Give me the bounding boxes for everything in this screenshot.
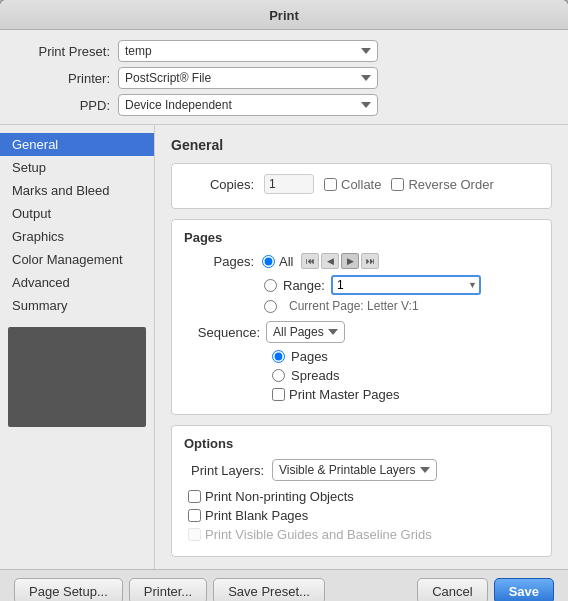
sidebar-item-color-management[interactable]: Color Management (0, 248, 154, 271)
sidebar-item-marks-and-bleed[interactable]: Marks and Bleed (0, 179, 154, 202)
pages-radio-label[interactable]: Pages (272, 349, 539, 364)
sidebar-item-output[interactable]: Output (0, 202, 154, 225)
prev-page-button[interactable]: ◀ (321, 253, 339, 269)
print-layers-label: Print Layers: (184, 463, 264, 478)
range-select-wrap (331, 275, 481, 295)
title-bar: Print (0, 0, 568, 30)
range-radio[interactable] (264, 279, 277, 292)
collate-checkbox[interactable] (324, 178, 337, 191)
spreads-radio-label[interactable]: Spreads (272, 368, 539, 383)
next-page-button[interactable]: ▶ (341, 253, 359, 269)
print-layers-row: Print Layers: Visible & Printable Layers (184, 459, 539, 481)
printer-button[interactable]: Printer... (129, 578, 207, 601)
sidebar-item-summary[interactable]: Summary (0, 294, 154, 317)
collate-label[interactable]: Collate (324, 177, 381, 192)
options-section-title: Options (184, 436, 539, 451)
print-preset-label: Print Preset: (20, 44, 110, 59)
ppd-label: PPD: (20, 98, 110, 113)
copies-input[interactable] (264, 174, 314, 194)
first-page-button[interactable]: ⏮ (301, 253, 319, 269)
printer-label: Printer: (20, 71, 110, 86)
main-body: General Setup Marks and Bleed Output Gra… (0, 125, 568, 569)
all-radio-label[interactable]: All (262, 254, 293, 269)
reverse-order-checkbox[interactable] (391, 178, 404, 191)
spreads-radio[interactable] (272, 369, 285, 382)
pages-header: Pages: All ⏮ ◀ ▶ ⏭ (184, 253, 539, 269)
footer: Page Setup... Printer... Save Preset... … (0, 569, 568, 601)
print-preset-select[interactable]: temp (118, 40, 378, 62)
pages-radio[interactable] (272, 350, 285, 363)
sidebar-item-general[interactable]: General (0, 133, 154, 156)
footer-right: Cancel Save (417, 578, 554, 601)
printer-row: Printer: PostScript® File (20, 67, 548, 89)
page-nav-buttons: ⏮ ◀ ▶ ⏭ (301, 253, 379, 269)
save-button[interactable]: Save (494, 578, 554, 601)
content-area: General Copies: Collate Reverse Order (155, 125, 568, 569)
copies-row: Copies: Collate Reverse Order (184, 174, 539, 194)
print-non-printing-row: Print Non-printing Objects (188, 489, 539, 504)
save-preset-button[interactable]: Save Preset... (213, 578, 325, 601)
print-non-printing-checkbox[interactable] (188, 490, 201, 503)
pages-section-title: Pages (184, 230, 539, 245)
current-page-row: Current Page: Letter V:1 (264, 299, 539, 313)
copies-section: Copies: Collate Reverse Order (171, 163, 552, 209)
sidebar: General Setup Marks and Bleed Output Gra… (0, 125, 155, 569)
options-section: Options Print Layers: Visible & Printabl… (171, 425, 552, 557)
last-page-button[interactable]: ⏭ (361, 253, 379, 269)
range-input[interactable] (331, 275, 481, 295)
printer-select[interactable]: PostScript® File (118, 67, 378, 89)
content-section-title: General (171, 137, 552, 153)
print-blank-pages-row: Print Blank Pages (188, 508, 539, 523)
reverse-order-label[interactable]: Reverse Order (391, 177, 493, 192)
print-master-pages-row: Print Master Pages (272, 387, 539, 402)
pages-section: Pages Pages: All ⏮ ◀ ▶ ⏭ (171, 219, 552, 415)
print-visible-guides-checkbox (188, 528, 201, 541)
pages-label: Pages: (184, 254, 254, 269)
copies-label: Copies: (184, 177, 254, 192)
page-preview (8, 327, 146, 427)
print-dialog: Print Print Preset: temp Printer: PostSc… (0, 0, 568, 601)
page-setup-button[interactable]: Page Setup... (14, 578, 123, 601)
print-visible-guides-row: Print Visible Guides and Baseline Grids (188, 527, 539, 542)
all-radio[interactable] (262, 255, 275, 268)
header-fields: Print Preset: temp Printer: PostScript® … (0, 30, 568, 125)
window-title: Print (269, 8, 299, 23)
ppd-row: PPD: Device Independent (20, 94, 548, 116)
cancel-button[interactable]: Cancel (417, 578, 487, 601)
print-layers-select[interactable]: Visible & Printable Layers (272, 459, 437, 481)
current-page-radio[interactable] (264, 300, 277, 313)
sidebar-item-advanced[interactable]: Advanced (0, 271, 154, 294)
sidebar-item-graphics[interactable]: Graphics (0, 225, 154, 248)
sequence-row: Sequence: All Pages (184, 321, 539, 343)
sequence-label: Sequence: (184, 325, 260, 340)
range-row: Range: (264, 275, 539, 295)
pages-radio-row: Pages Spreads (272, 349, 539, 383)
print-preset-row: Print Preset: temp (20, 40, 548, 62)
sidebar-item-setup[interactable]: Setup (0, 156, 154, 179)
print-blank-pages-checkbox[interactable] (188, 509, 201, 522)
sequence-select[interactable]: All Pages (266, 321, 345, 343)
footer-left: Page Setup... Printer... Save Preset... (14, 578, 325, 601)
ppd-select[interactable]: Device Independent (118, 94, 378, 116)
print-master-pages-checkbox[interactable] (272, 388, 285, 401)
